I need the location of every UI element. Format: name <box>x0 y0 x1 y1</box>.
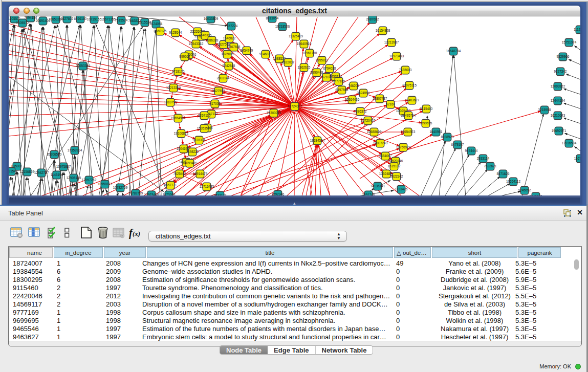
svg-text:12975115: 12975115 <box>402 83 417 87</box>
svg-text:16154808: 16154808 <box>376 29 390 32</box>
svg-text:18724007: 18724007 <box>288 104 302 108</box>
svg-text:9878334: 9878334 <box>193 138 206 142</box>
svg-text:10973493: 10973493 <box>389 54 404 58</box>
svg-text:2367608: 2367608 <box>228 45 241 49</box>
svg-text:10782759: 10782759 <box>113 186 128 189</box>
svg-text:9777169: 9777169 <box>333 79 345 83</box>
svg-text:1167534: 1167534 <box>574 157 580 160</box>
svg-text:8938923: 8938923 <box>441 135 454 139</box>
svg-text:2933114: 2933114 <box>477 157 490 160</box>
svg-text:12905135: 12905135 <box>67 176 81 180</box>
svg-text:19384554: 19384554 <box>310 139 325 142</box>
svg-text:16648784: 16648784 <box>446 49 461 53</box>
svg-text:9384067: 9384067 <box>379 154 392 158</box>
svg-text:18807249: 18807249 <box>373 141 388 145</box>
svg-text:12213987: 12213987 <box>384 40 399 44</box>
svg-text:15716485: 15716485 <box>200 185 214 188</box>
svg-text:12213369: 12213369 <box>166 86 181 90</box>
svg-text:3875685: 3875685 <box>221 52 234 56</box>
svg-text:3215958: 3215958 <box>538 108 551 112</box>
svg-text:317006: 317006 <box>209 102 221 105</box>
svg-text:10543362: 10543362 <box>189 42 204 46</box>
svg-text:6479197: 6479197 <box>451 143 464 146</box>
svg-text:15720407: 15720407 <box>361 119 376 122</box>
svg-text:12093822: 12093822 <box>551 84 565 88</box>
svg-text:10961758: 10961758 <box>302 51 317 55</box>
svg-text:8322037: 8322037 <box>282 60 295 64</box>
svg-text:15751074: 15751074 <box>562 40 577 44</box>
svg-text:10782759: 10782759 <box>128 191 143 195</box>
svg-text:19756928: 19756928 <box>396 145 411 149</box>
svg-text:3624554: 3624554 <box>357 91 370 95</box>
svg-text:9124054: 9124054 <box>150 22 163 26</box>
svg-text:1498222: 1498222 <box>186 150 199 154</box>
svg-text:7955812: 7955812 <box>316 58 329 62</box>
svg-text:7632621: 7632621 <box>484 164 497 168</box>
svg-text:14099489: 14099489 <box>183 161 198 165</box>
svg-text:1640951: 1640951 <box>430 130 443 134</box>
svg-text:17916504: 17916504 <box>562 141 577 145</box>
svg-text:8813054: 8813054 <box>266 16 279 20</box>
svg-text:8454749: 8454749 <box>241 49 253 52</box>
svg-text:10958117: 10958117 <box>98 182 112 186</box>
svg-text:19654985: 19654985 <box>171 116 186 120</box>
svg-text:11325419: 11325419 <box>289 34 303 38</box>
svg-text:16671355: 16671355 <box>101 17 116 21</box>
svg-text:7515524: 7515524 <box>115 18 128 22</box>
svg-text:9242848: 9242848 <box>223 64 235 68</box>
svg-text:2718170: 2718170 <box>172 70 185 73</box>
svg-text:16914479: 16914479 <box>193 172 208 176</box>
svg-text:16210643: 16210643 <box>551 114 565 117</box>
svg-text:8660125: 8660125 <box>154 29 167 33</box>
svg-text:3267110: 3267110 <box>198 114 211 117</box>
svg-text:19654923: 19654923 <box>401 130 416 134</box>
svg-text:19218506: 19218506 <box>275 25 290 28</box>
svg-text:9146821: 9146821 <box>259 52 272 56</box>
svg-text:999064: 999064 <box>179 55 190 58</box>
svg-text:39154: 39154 <box>9 169 16 173</box>
svg-text:1810755: 1810755 <box>164 100 177 104</box>
svg-text:9657771: 9657771 <box>164 183 177 187</box>
svg-text:9245652: 9245652 <box>518 188 531 192</box>
svg-text:8186328: 8186328 <box>206 38 219 42</box>
svg-text:10688609: 10688609 <box>367 130 382 134</box>
svg-text:10975887: 10975887 <box>56 165 71 168</box>
svg-text:17957252: 17957252 <box>82 178 97 182</box>
svg-text:1615132: 1615132 <box>388 164 401 168</box>
svg-text:2087682: 2087682 <box>366 17 379 21</box>
svg-text:15353593: 15353593 <box>197 126 212 130</box>
svg-text:20206570: 20206570 <box>47 152 62 156</box>
svg-text:7357224: 7357224 <box>225 24 238 28</box>
svg-text:6497568: 6497568 <box>336 88 349 92</box>
svg-text:19463627: 19463627 <box>405 98 420 102</box>
svg-text:1546822: 1546822 <box>223 36 236 40</box>
svg-text:10654112: 10654112 <box>506 180 520 183</box>
svg-text:15300215: 15300215 <box>267 111 281 115</box>
svg-text:8990448: 8990448 <box>311 71 323 74</box>
svg-text:19106822: 19106822 <box>174 132 189 135</box>
svg-text:1112354: 1112354 <box>574 28 580 31</box>
svg-text:3427552: 3427552 <box>212 89 225 93</box>
svg-text:1527602: 1527602 <box>61 17 74 20</box>
svg-text:12942737: 12942737 <box>34 171 49 174</box>
svg-text:12156859: 12156859 <box>20 170 35 173</box>
svg-text:14136141: 14136141 <box>371 184 385 188</box>
svg-text:62160: 62160 <box>386 102 395 106</box>
svg-text:17359914: 17359914 <box>68 148 82 152</box>
svg-text:20364436: 20364436 <box>345 98 360 101</box>
svg-text:28495794: 28495794 <box>401 114 416 117</box>
svg-text:19692971: 19692971 <box>552 129 567 133</box>
svg-text:9227342: 9227342 <box>554 70 567 73</box>
svg-text:2803144: 2803144 <box>217 76 230 80</box>
svg-text:9129544: 9129544 <box>169 31 182 34</box>
svg-text:9474444: 9474444 <box>465 149 478 152</box>
svg-text:(x): (x) <box>133 230 140 237</box>
svg-text:8471626: 8471626 <box>497 172 510 176</box>
svg-text:10719155: 10719155 <box>87 17 102 21</box>
svg-text:1733426: 1733426 <box>395 187 408 191</box>
svg-text:9329966: 9329966 <box>557 55 570 58</box>
svg-text:746206: 746206 <box>348 84 359 87</box>
svg-text:9115460: 9115460 <box>420 107 433 111</box>
svg-text:2522342: 2522342 <box>390 174 403 178</box>
svg-text:7386372: 7386372 <box>354 110 367 113</box>
